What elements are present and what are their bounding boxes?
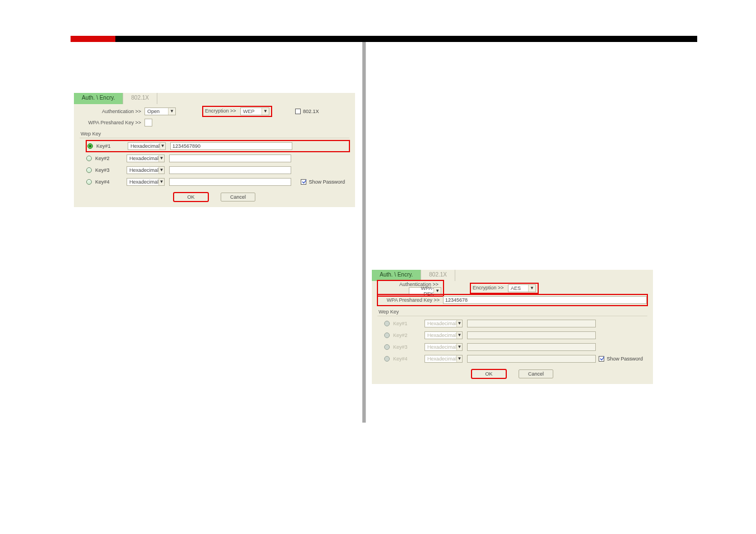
wep-key3-label: Key#3 xyxy=(393,344,424,350)
tab-8021x[interactable]: 802.1X xyxy=(123,93,157,104)
authentication-value: WPA-PSK xyxy=(412,285,433,297)
wep-key3-format-select: Hexadecimal ▼ xyxy=(424,343,463,351)
wep-key2-label: Key#2 xyxy=(95,156,127,161)
wep-key-row-3: Key#3 Hexadecimal ▼ xyxy=(384,342,647,352)
wep-group-line xyxy=(80,138,349,138)
vertical-divider xyxy=(362,42,366,423)
wep-key-row-2: Key#2 Hexadecimal ▼ xyxy=(384,330,647,340)
wep-key-row-1: Key#1 Hexadecimal ▼ 1234567890 xyxy=(86,140,349,152)
wep-key3-format-select[interactable]: Hexadecimal ▼ xyxy=(127,166,165,174)
chevron-down-icon: ▼ xyxy=(456,344,462,350)
wep-key4-label: Key#4 xyxy=(95,179,127,185)
auth-row: Authentication >> WPA-PSK ▼ Encryption >… xyxy=(377,283,647,293)
dialog-buttons: OK Cancel xyxy=(377,369,647,378)
wep-key2-format-select[interactable]: Hexadecimal ▼ xyxy=(127,154,165,162)
wep-key-row-4: Key#4 Hexadecimal ▼ Show Password xyxy=(86,177,349,187)
show-password-checkbox[interactable] xyxy=(599,356,604,362)
encryption-value: AES xyxy=(511,285,521,291)
dialog-buttons: OK Cancel xyxy=(80,193,349,202)
ok-button[interactable]: OK xyxy=(472,369,506,378)
chevron-down-icon: ▼ xyxy=(158,179,164,185)
wpa-preshared-label: WPA Preshared Key >> xyxy=(80,120,144,125)
wep-key2-label: Key#2 xyxy=(393,332,424,338)
wep-key-row-2: Key#2 Hexadecimal ▼ xyxy=(86,153,349,163)
encryption-group: Encryption >> AES ▼ xyxy=(470,283,538,293)
wep-key2-radio[interactable] xyxy=(86,156,92,161)
wep-key4-label: Key#4 xyxy=(393,356,424,362)
show-password-group: Show Password xyxy=(599,356,643,362)
wpa-preshared-input[interactable]: 12345678 xyxy=(443,296,647,304)
wep-key4-format-select: Hexadecimal ▼ xyxy=(424,355,463,363)
wep-key3-radio xyxy=(384,344,390,350)
chevron-down-icon: ▼ xyxy=(456,320,462,327)
wpa-preshared-input[interactable] xyxy=(144,119,152,127)
encryption-select[interactable]: AES ▼ xyxy=(508,284,536,292)
dialog-body: Authentication >> Open ▼ Encryption >> W… xyxy=(74,104,355,207)
chevron-down-icon: ▼ xyxy=(262,108,269,115)
wpa-preshared-row: WPA Preshared Key >> xyxy=(80,118,349,128)
tab-auth-encry[interactable]: Auth. \ Encry. xyxy=(74,93,123,104)
tab-bar: Auth. \ Encry. 802.1X xyxy=(74,93,355,104)
wep-key1-format-select[interactable]: Hexadecimal ▼ xyxy=(128,142,166,150)
wep-key1-label: Key#1 xyxy=(96,143,128,149)
chevron-down-icon: ▼ xyxy=(456,332,462,339)
wep-key1-radio xyxy=(384,321,390,326)
wep-key-row-3: Key#3 Hexadecimal ▼ xyxy=(86,165,349,175)
show-password-label: Show Password xyxy=(309,179,345,185)
encryption-select[interactable]: WEP ▼ xyxy=(240,107,269,115)
authentication-select[interactable]: WPA-PSK ▼ xyxy=(409,287,441,295)
encryption-label-text: Encryption >> xyxy=(473,285,504,291)
ok-button[interactable]: OK xyxy=(174,193,208,202)
tab-auth-encry[interactable]: Auth. \ Encry. xyxy=(372,270,421,281)
wep-group-title: Wep Key xyxy=(379,309,647,315)
wep-key4-format-value: Hexadecimal xyxy=(427,356,456,362)
wep-key1-format-value: Hexadecimal xyxy=(427,321,456,326)
wep-key3-input[interactable] xyxy=(169,166,291,174)
8021x-checkbox[interactable] xyxy=(295,109,301,114)
chevron-down-icon: ▼ xyxy=(158,155,164,162)
dialog-wpa-psk: Auth. \ Encry. 802.1X Authentication >> … xyxy=(372,270,653,384)
wep-key1-input[interactable]: 1234567890 xyxy=(170,142,292,150)
wep-key1-label: Key#1 xyxy=(393,321,424,326)
chevron-down-icon: ▼ xyxy=(168,108,175,115)
show-password-group: Show Password xyxy=(301,179,345,185)
8021x-checkbox-label: 802.1X xyxy=(303,109,319,114)
wep-key1-format-select: Hexadecimal ▼ xyxy=(424,320,463,327)
wep-key2-format-value: Hexadecimal xyxy=(427,332,456,338)
authentication-value: Open xyxy=(147,109,160,114)
header-accent-red xyxy=(71,36,115,42)
cancel-button[interactable]: Cancel xyxy=(519,369,553,378)
wep-key2-input[interactable] xyxy=(169,154,291,162)
page: Auth. \ Encry. 802.1X Authentication >> … xyxy=(0,0,756,534)
wep-key4-format-value: Hexadecimal xyxy=(129,179,158,185)
wep-key4-format-select[interactable]: Hexadecimal ▼ xyxy=(127,178,165,186)
wep-key3-input xyxy=(467,343,596,351)
wep-key1-format-value: Hexadecimal xyxy=(130,143,160,149)
tab-8021x[interactable]: 802.1X xyxy=(421,270,455,281)
wep-key4-input[interactable] xyxy=(169,178,291,186)
wep-key4-radio[interactable] xyxy=(86,179,92,185)
encryption-value: WEP xyxy=(243,109,255,114)
wep-key3-format-value: Hexadecimal xyxy=(129,167,158,173)
show-password-label: Show Password xyxy=(606,356,643,362)
chevron-down-icon: ▼ xyxy=(158,167,164,174)
wpa-preshared-label: WPA Preshared Key >> xyxy=(378,297,443,303)
wep-key4-input xyxy=(467,355,596,363)
wep-key1-input xyxy=(467,320,596,327)
encryption-label: Encryption >> WEP ▼ xyxy=(203,106,272,116)
cancel-button[interactable]: Cancel xyxy=(221,193,255,202)
dialog-body: Authentication >> WPA-PSK ▼ Encryption >… xyxy=(372,281,653,384)
wep-key3-radio[interactable] xyxy=(86,167,92,173)
wep-key2-format-select: Hexadecimal ▼ xyxy=(424,331,463,339)
wep-group-title: Wep Key xyxy=(81,131,349,137)
wep-key1-radio[interactable] xyxy=(87,143,93,149)
authentication-label: Authentication >> xyxy=(80,109,144,114)
auth-row: Authentication >> Open ▼ Encryption >> W… xyxy=(80,106,349,116)
wep-key-row-4: Key#4 Hexadecimal ▼ Show Password xyxy=(384,354,647,364)
show-password-checkbox[interactable] xyxy=(301,179,306,185)
chevron-down-icon: ▼ xyxy=(528,285,535,292)
encryption-label-text: Encryption >> xyxy=(205,108,236,114)
authentication-select[interactable]: Open ▼ xyxy=(144,107,176,115)
tab-bar: Auth. \ Encry. 802.1X xyxy=(372,270,653,281)
authentication-group: Authentication >> WPA-PSK ▼ xyxy=(377,280,444,296)
